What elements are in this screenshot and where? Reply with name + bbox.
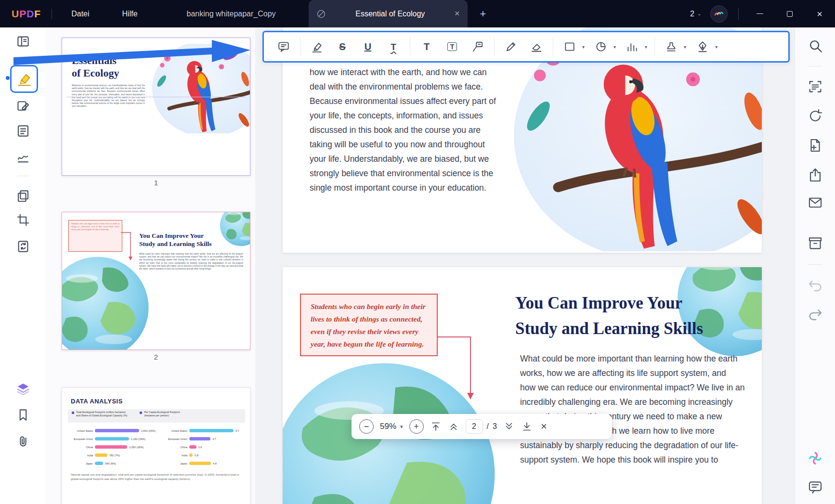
forms-button[interactable] xyxy=(16,124,30,138)
rectangle-tool[interactable] xyxy=(561,37,579,56)
thumbnail-page-1[interactable]: Essentials of Ecology Welcome to environ… xyxy=(62,38,250,176)
document-preview-icon xyxy=(316,9,326,19)
caret-down-icon[interactable]: ▾ xyxy=(715,44,718,50)
rail-divider xyxy=(17,176,29,176)
close-window-button[interactable]: × xyxy=(809,4,830,24)
thumb3-charts: United States2,810 (25%)European Union2,… xyxy=(68,426,245,467)
sticky-note-icon xyxy=(277,40,290,53)
layers-button[interactable] xyxy=(16,382,30,396)
layers-icon xyxy=(16,382,30,396)
ellipse-tool[interactable] xyxy=(592,37,610,56)
stamp-tool[interactable] xyxy=(662,37,680,56)
tab-banking-whitepaper[interactable]: banking whitepapar_Copy xyxy=(187,10,276,18)
page2-paragraph: What could be more important than learni… xyxy=(520,351,745,467)
crop-button[interactable] xyxy=(16,213,30,227)
tab-count-dropdown[interactable]: 2 ⌄ xyxy=(690,10,702,18)
save-archive-button[interactable] xyxy=(807,235,823,251)
ai-assistant-button[interactable] xyxy=(807,450,823,466)
comments-panel-button[interactable] xyxy=(807,479,823,495)
toolbar-divider xyxy=(300,38,300,56)
legend-swatch xyxy=(72,412,74,414)
edit-pdf-button[interactable] xyxy=(16,99,30,113)
underline-tool[interactable]: U xyxy=(359,37,377,56)
page1-paragraph: how we interact with the earth, and how … xyxy=(310,65,496,195)
organize-pages-button[interactable] xyxy=(16,189,30,203)
close-zoombar-button[interactable]: × xyxy=(541,420,547,433)
annotation-toolbar: S U T T T ▾ ▾ ▾ xyxy=(262,31,790,63)
zoom-in-button[interactable]: + xyxy=(409,419,424,434)
to-bottom-icon xyxy=(521,421,533,432)
minimize-button[interactable] xyxy=(749,4,770,24)
chart-row: European Union2,160 (19%) xyxy=(68,435,156,443)
stamp-icon xyxy=(665,40,678,53)
eraser-tool[interactable] xyxy=(527,37,546,56)
caret-down-icon[interactable]: ▾ xyxy=(645,44,647,50)
thumbnail-panel: Essentials of Ecology Welcome to environ… xyxy=(46,27,255,504)
pencil-tool[interactable] xyxy=(502,37,520,56)
note-tool[interactable] xyxy=(274,37,293,56)
tab-label: banking whitepapar_Copy xyxy=(187,10,276,18)
rotate-pages-button[interactable] xyxy=(807,108,823,124)
form-fields-icon xyxy=(16,124,30,138)
avatar[interactable] xyxy=(710,5,728,23)
comment-mode-button-selected[interactable] xyxy=(10,65,38,93)
chart-row: United States2,810 (25%) xyxy=(68,426,156,435)
bookmark-button[interactable] xyxy=(16,408,30,422)
parrot-illustration xyxy=(151,44,250,133)
next-page-button[interactable] xyxy=(503,421,515,432)
titlebar-divider xyxy=(738,8,739,20)
share-button[interactable] xyxy=(807,167,823,183)
scroll-to-bottom-button[interactable] xyxy=(521,421,533,432)
undo-button[interactable] xyxy=(807,277,823,293)
menu-hilfe[interactable]: Hilfe xyxy=(116,6,144,22)
thumb2-body-text: What could be more important than learni… xyxy=(139,253,243,320)
email-button[interactable] xyxy=(807,194,823,211)
signature-tool[interactable] xyxy=(693,37,712,56)
bookmark-icon xyxy=(16,408,30,422)
callout-connector xyxy=(434,332,492,404)
updf-logo[interactable]: U P D F xyxy=(12,8,41,20)
maximize-button[interactable] xyxy=(779,4,800,24)
annotation-dot xyxy=(6,76,10,80)
close-tab-icon[interactable]: × xyxy=(455,9,460,19)
chevron-down-icon: ⌄ xyxy=(697,11,702,17)
redo-button[interactable] xyxy=(807,306,823,322)
highlighter-icon xyxy=(311,40,323,53)
read-mode-button[interactable] xyxy=(16,34,30,49)
menu-datei[interactable]: Datei xyxy=(65,6,96,22)
sign-button[interactable] xyxy=(16,150,30,165)
caret-down-icon[interactable]: ▾ xyxy=(613,44,616,50)
zoom-out-button[interactable]: − xyxy=(359,419,374,434)
zoom-level-dropdown[interactable]: 59% ▾ xyxy=(380,422,403,431)
squiggly-underline-tool[interactable]: T xyxy=(384,37,403,56)
page-number-input[interactable]: 2 xyxy=(466,419,483,434)
chart-row: India0.8 xyxy=(162,451,239,459)
thumb3-legend: Total Ecological Footprint (million hect… xyxy=(68,409,245,423)
scroll-to-top-button[interactable] xyxy=(430,421,442,432)
strikeout-tool[interactable]: S xyxy=(333,37,352,56)
caret-down-icon[interactable]: ▾ xyxy=(582,44,585,50)
text-comment-tool[interactable]: T xyxy=(418,37,436,56)
text-callout-tool[interactable] xyxy=(469,37,487,56)
thumbnail-page-3[interactable]: DATA ANALYSIS Total Ecological Footprint… xyxy=(62,388,250,504)
convert-button[interactable] xyxy=(16,239,30,254)
search-button[interactable] xyxy=(807,38,823,54)
thumb1-page-number: 1 xyxy=(62,179,250,187)
ocr-button[interactable] xyxy=(807,78,823,95)
thumbnail-page-2[interactable]: Students who can begin early in their li… xyxy=(62,212,250,350)
undo-icon xyxy=(807,277,823,293)
caret-down-icon[interactable]: ▾ xyxy=(684,44,686,50)
toolbar-divider xyxy=(494,38,495,56)
new-tab-button[interactable]: + xyxy=(480,8,486,20)
rail-divider xyxy=(808,264,822,265)
text-callout-icon xyxy=(471,40,484,53)
archive-box-icon xyxy=(807,235,823,251)
text-box-tool[interactable]: T xyxy=(443,37,461,56)
attachment-button[interactable] xyxy=(16,434,30,449)
eraser-icon xyxy=(530,40,543,53)
previous-page-button[interactable] xyxy=(448,421,459,432)
highlight-tool[interactable] xyxy=(308,37,326,56)
tab-essential-of-ecology[interactable]: Essential of Ecology × xyxy=(309,0,468,27)
chart-tool[interactable] xyxy=(623,37,641,56)
insert-page-button[interactable] xyxy=(807,137,823,154)
